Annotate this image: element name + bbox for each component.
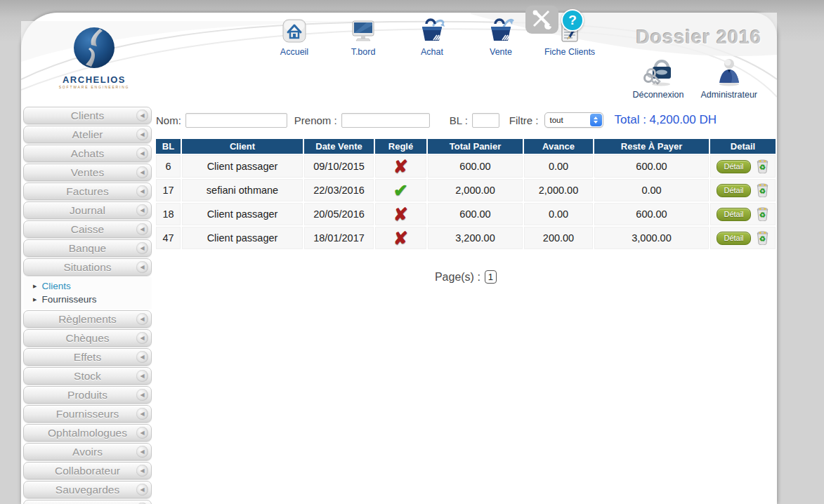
sidebar-item-cheques[interactable]: Chèques◀ <box>23 329 152 347</box>
purchase-basket-icon <box>418 17 446 45</box>
bl-input[interactable] <box>472 113 499 128</box>
sidebar-item-banque[interactable]: Banque◀ <box>23 239 152 257</box>
collapse-arrow-icon[interactable]: ◀ <box>136 223 148 235</box>
dossier-title: Dossier 2016 <box>636 27 761 48</box>
collapse-arrow-icon[interactable]: ◀ <box>136 408 148 420</box>
cell-detail: Détail♻ <box>710 179 776 201</box>
delete-trash-button[interactable]: ♻ <box>756 231 769 245</box>
sidebar-item-ophtalmologues[interactable]: Ophtalmologues◀ <box>23 424 152 442</box>
detail-button[interactable]: Détail <box>717 184 750 197</box>
sidebar-item-reglements[interactable]: Règlements◀ <box>23 310 152 328</box>
nav-tbord[interactable]: T.bord <box>337 17 389 57</box>
prenom-input[interactable] <box>341 113 430 128</box>
sidebar-item-avoirs[interactable]: Avoirs◀ <box>23 443 152 460</box>
collapse-arrow-icon[interactable]: ◀ <box>136 465 148 477</box>
pagination: Page(s) : 1 <box>156 270 776 284</box>
detail-button[interactable]: Détail <box>717 208 750 221</box>
sidebar-item-label: Règlements <box>58 313 117 326</box>
nav-vente[interactable]: Vente <box>475 17 527 57</box>
nav-accueil[interactable]: Accueil <box>268 17 320 57</box>
sidebar-item-caisse[interactable]: Caisse◀ <box>23 220 152 238</box>
collapse-arrow-icon[interactable]: ◀ <box>136 147 148 159</box>
sidebar-item-label: Effets <box>74 351 101 364</box>
select-stepper-icon <box>590 114 602 126</box>
administrator-button[interactable]: Administrateur <box>700 56 757 100</box>
collapse-arrow-icon[interactable]: ◀ <box>136 351 148 363</box>
delete-trash-button[interactable]: ♻ <box>756 183 769 197</box>
detail-button[interactable]: Détail <box>717 160 750 173</box>
collapse-arrow-icon[interactable]: ◀ <box>136 110 148 121</box>
delete-trash-button[interactable]: ♻ <box>756 159 769 173</box>
logout-label: Déconnexion <box>632 90 684 100</box>
cell-detail: Détail♻ <box>710 203 776 225</box>
help-button[interactable]: ? <box>561 9 584 32</box>
cell-date-vente: 20/05/2016 <box>304 203 374 225</box>
cell-bl: 17 <box>156 179 181 201</box>
collapse-arrow-icon[interactable]: ◀ <box>136 332 148 344</box>
sidebar-item-sauvegardes[interactable]: Sauvegardes◀ <box>23 481 152 498</box>
collapse-arrow-icon[interactable]: ◀ <box>136 370 148 382</box>
sidebar-item-clients[interactable]: Clients◀ <box>23 107 152 124</box>
collapse-arrow-icon[interactable]: ◀ <box>136 242 148 254</box>
nav-label: T.bord <box>351 47 376 57</box>
trash-recycle-icon[interactable]: ♻ <box>756 159 769 173</box>
trash-recycle-icon[interactable]: ♻ <box>756 183 769 197</box>
detail-button[interactable]: Détail <box>717 232 750 245</box>
user-actions: Déconnexion Administrateur <box>632 56 757 100</box>
cell-client: Client passager <box>182 203 303 225</box>
cell-regle: ✘ <box>375 227 426 249</box>
table-body: 6Client passager09/10/2015✘600.000.00600… <box>156 155 776 249</box>
logout-button[interactable]: Déconnexion <box>632 56 684 100</box>
filtre-select[interactable]: tout <box>544 112 603 128</box>
sidebar-item-produits[interactable]: Produits◀ <box>23 386 152 404</box>
collapse-arrow-icon[interactable]: ◀ <box>136 166 148 178</box>
sidebar-item-label: Situations <box>63 261 111 274</box>
collapse-arrow-icon[interactable]: ◀ <box>136 484 148 496</box>
cell-avance: 2,000.00 <box>524 179 593 201</box>
nav-achat[interactable]: Achat <box>406 17 458 57</box>
sidebar-item-stock[interactable]: Stock◀ <box>23 367 152 385</box>
cell-avance: 0.00 <box>524 155 593 178</box>
sidebar-item-effets[interactable]: Effets◀ <box>23 348 152 366</box>
cell-regle: ✘ <box>375 155 426 178</box>
cell-regle: ✔ <box>375 179 426 201</box>
prenom-label: Prenom : <box>294 114 337 126</box>
sidebar-item-label: Clients <box>71 110 104 122</box>
sidebar-item-achats[interactable]: Achats◀ <box>23 145 152 162</box>
collapse-arrow-icon[interactable]: ◀ <box>136 427 148 439</box>
sidebar-item-fournisseurs[interactable]: Fournisseurs◀ <box>23 405 152 423</box>
cell-total-panier: 3,200.00 <box>428 227 523 249</box>
col-header-regle: Reglé <box>375 139 426 154</box>
sidebar-item-ventes[interactable]: Ventes◀ <box>23 164 152 181</box>
collapse-arrow-icon[interactable]: ◀ <box>136 446 148 458</box>
submenu-item-clients[interactable]: ▶Clients <box>23 279 152 293</box>
tools-button[interactable] <box>525 6 558 34</box>
sidebar-item-calendrier[interactable]: Calendrier◀ <box>23 500 152 504</box>
sidebar-item-situations[interactable]: Situations◀ <box>23 258 152 276</box>
tools-icon <box>532 10 553 29</box>
sidebar-item-journal[interactable]: Journal◀ <box>23 201 152 219</box>
cell-date-vente: 09/10/2015 <box>304 155 374 178</box>
sidebar-item-factures[interactable]: Factures◀ <box>23 183 152 200</box>
trash-recycle-icon[interactable]: ♻ <box>756 231 769 245</box>
table-header-row: BL Client Date Vente Reglé Total Panier … <box>156 139 776 154</box>
cell-reste-a-payer: 600.00 <box>594 203 709 225</box>
collapse-arrow-icon[interactable]: ◀ <box>136 313 148 325</box>
nom-input[interactable] <box>185 113 287 128</box>
collapse-arrow-icon[interactable]: ◀ <box>136 128 148 140</box>
page-number-button[interactable]: 1 <box>485 270 497 284</box>
unpaid-cross-icon: ✘ <box>393 158 408 175</box>
svg-text:♻: ♻ <box>759 234 765 243</box>
collapse-arrow-icon[interactable]: ◀ <box>136 204 148 216</box>
sidebar-item-collaborateur[interactable]: Collaborateur◀ <box>23 462 152 479</box>
submenu-item-fournisseurs[interactable]: ▶Fournisseurs <box>23 293 152 306</box>
trash-recycle-icon[interactable]: ♻ <box>756 207 769 221</box>
collapse-arrow-icon[interactable]: ◀ <box>136 261 148 273</box>
delete-trash-button[interactable]: ♻ <box>756 207 769 221</box>
home-icon <box>280 17 308 45</box>
col-header-reste-a-payer: Reste À Payer <box>594 139 709 154</box>
collapse-arrow-icon[interactable]: ◀ <box>136 185 148 197</box>
sidebar-item-atelier[interactable]: Atelier◀ <box>23 126 152 143</box>
cell-reste-a-payer: 0.00 <box>594 179 709 201</box>
collapse-arrow-icon[interactable]: ◀ <box>136 389 148 401</box>
